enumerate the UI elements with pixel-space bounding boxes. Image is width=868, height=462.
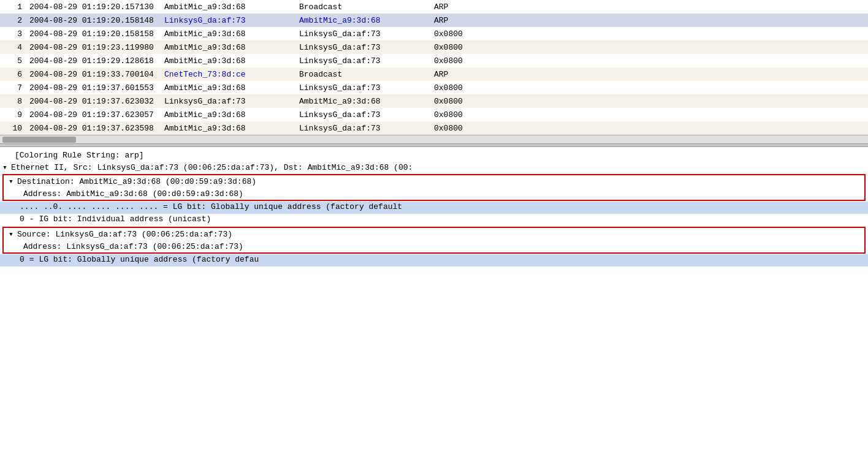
packet-protocol: ARP <box>434 70 483 79</box>
ethernet-text: Ethernet II, Src: LinksysG_da:af:73 (00:… <box>11 163 413 172</box>
packet-row[interactable]: 4 2004-08-29 01:19:23.119980 AmbitMic_a9… <box>0 40 868 54</box>
packet-time: 2004-08-29 01:19:20.157130 <box>29 2 164 12</box>
packet-no: 3 <box>5 29 29 39</box>
scrollbar-thumb[interactable] <box>2 137 76 143</box>
packet-no: 5 <box>5 56 29 66</box>
ig-bit-partial: 0 <box>20 214 25 224</box>
packet-destination: LinksysG_da:af:73 <box>299 83 434 93</box>
packet-time: 2004-08-29 01:19:37.623057 <box>29 110 164 119</box>
lg-bit-source-label: = LG bit: Globally unique address (facto… <box>29 255 259 264</box>
packet-protocol: 0x0800 <box>434 97 483 106</box>
packet-row[interactable]: 5 2004-08-29 01:19:29.128618 AmbitMic_a9… <box>0 54 868 67</box>
destination-row[interactable]: ▾Destination: AmbitMic_a9:3d:68 (00:d0:5… <box>4 175 864 187</box>
expand-icon-ethernet: ▾ <box>2 162 11 172</box>
lg-bit-row: .... ..0. .... .... .... .... = LG bit: … <box>0 202 868 214</box>
expand-icon-destination: ▾ <box>9 176 17 186</box>
packet-time: 2004-08-29 01:19:37.623598 <box>29 124 164 133</box>
packet-protocol: 0x0800 <box>434 29 483 39</box>
destination-red-box: ▾Destination: AmbitMic_a9:3d:68 (00:d0:5… <box>2 174 866 201</box>
packet-row[interactable]: 9 2004-08-29 01:19:37.623057 AmbitMic_a9… <box>0 108 868 121</box>
packet-destination: Broadcast <box>299 70 434 79</box>
lg-bit-source-partial: 0 <box>20 255 25 264</box>
packet-no: 4 <box>5 43 29 52</box>
lg-bit-source-row: 0= LG bit: Globally unique address (fact… <box>0 254 868 267</box>
packet-time: 2004-08-29 01:19:20.158158 <box>29 29 164 39</box>
packet-no: 9 <box>5 110 29 119</box>
packet-destination: Broadcast <box>299 2 434 12</box>
detail-pane: [Coloring Rule String: arp]▾Ethernet II,… <box>0 147 868 269</box>
packet-no: 7 <box>5 83 29 93</box>
packet-source: AmbitMic_a9:3d:68 <box>164 110 299 119</box>
packet-protocol: 0x0800 <box>434 43 483 52</box>
packet-source: AmbitMic_a9:3d:68 <box>164 124 299 133</box>
scrollbar-area[interactable] <box>0 135 868 143</box>
packet-source: AmbitMic_a9:3d:68 <box>164 43 299 52</box>
packet-source: AmbitMic_a9:3d:68 <box>164 83 299 93</box>
packet-source: AmbitMic_a9:3d:68 <box>164 29 299 39</box>
packet-list: 1 2004-08-29 01:19:20.157130 AmbitMic_a9… <box>0 0 868 135</box>
packet-no: 2 <box>5 16 29 25</box>
packet-source: LinksysG_da:af:73 <box>164 16 299 25</box>
packet-row[interactable]: 8 2004-08-29 01:19:37.623032 LinksysG_da… <box>0 94 868 108</box>
packet-destination: LinksysG_da:af:73 <box>299 124 434 133</box>
packet-protocol: ARP <box>434 16 483 25</box>
destination-address-row: Address: AmbitMic_a9:3d:68 (00:d0:59:a9:… <box>4 187 864 200</box>
packet-row[interactable]: 6 2004-08-29 01:19:33.700104 CnetTech_73… <box>0 67 868 81</box>
packet-no: 1 <box>5 2 29 12</box>
expand-icon-source: ▾ <box>9 229 17 239</box>
packet-destination: LinksysG_da:af:73 <box>299 56 434 66</box>
packet-time: 2004-08-29 01:19:33.700104 <box>29 70 164 79</box>
packet-time: 2004-08-29 01:19:29.128618 <box>29 56 164 66</box>
packet-protocol: ARP <box>434 2 483 12</box>
source-red-box: ▾Source: LinksysG_da:af:73 (00:06:25:da:… <box>2 227 866 254</box>
packet-time: 2004-08-29 01:19:23.119980 <box>29 43 164 52</box>
packet-source: AmbitMic_a9:3d:68 <box>164 56 299 66</box>
packet-row[interactable]: 2 2004-08-29 01:19:20.158148 LinksysG_da… <box>0 13 868 27</box>
packet-row[interactable]: 7 2004-08-29 01:19:37.601553 AmbitMic_a9… <box>0 81 868 94</box>
source-address-row: Address: LinksysG_da:af:73 (00:06:25:da:… <box>4 240 864 252</box>
coloring-rule-row: [Coloring Rule String: arp] <box>0 150 868 161</box>
lg-bit-text: .... ..0. .... .... .... .... = LG bit: … <box>20 202 402 211</box>
destination-text: Destination: AmbitMic_a9:3d:68 (00:d0:59… <box>17 177 256 186</box>
packet-no: 6 <box>5 70 29 79</box>
packet-protocol: 0x0800 <box>434 56 483 66</box>
packet-destination: LinksysG_da:af:73 <box>299 29 434 39</box>
packet-source: AmbitMic_a9:3d:68 <box>164 2 299 12</box>
source-row[interactable]: ▾Source: LinksysG_da:af:73 (00:06:25:da:… <box>4 228 864 240</box>
packet-row[interactable]: 1 2004-08-29 01:19:20.157130 AmbitMic_a9… <box>0 0 868 13</box>
packet-destination: AmbitMic_a9:3d:68 <box>299 97 434 106</box>
packet-source: LinksysG_da:af:73 <box>164 97 299 106</box>
packet-protocol: 0x0800 <box>434 124 483 133</box>
source-address-text: Address: LinksysG_da:af:73 (00:06:25:da:… <box>23 242 243 251</box>
packet-row[interactable]: 3 2004-08-29 01:19:20.158158 AmbitMic_a9… <box>0 27 868 40</box>
packet-protocol: 0x0800 <box>434 110 483 119</box>
ethernet-row[interactable]: ▾Ethernet II, Src: LinksysG_da:af:73 (00… <box>0 161 868 173</box>
packet-destination: AmbitMic_a9:3d:68 <box>299 16 434 25</box>
packet-destination: LinksysG_da:af:73 <box>299 110 434 119</box>
destination-address-text: Address: AmbitMic_a9:3d:68 (00:d0:59:a9:… <box>23 189 243 199</box>
packet-time: 2004-08-29 01:19:20.158148 <box>29 16 164 25</box>
packet-protocol: 0x0800 <box>434 83 483 93</box>
packet-no: 8 <box>5 97 29 106</box>
packet-no: 10 <box>5 124 29 133</box>
packet-source: CnetTech_73:8d:ce <box>164 70 299 79</box>
packet-destination: LinksysG_da:af:73 <box>299 43 434 52</box>
source-text: Source: LinksysG_da:af:73 (00:06:25:da:a… <box>17 230 232 239</box>
packet-row[interactable]: 10 2004-08-29 01:19:37.623598 AmbitMic_a… <box>0 121 868 135</box>
ig-bit-row: 0- IG bit: Individual address (unicast) <box>0 214 868 226</box>
ig-bit-label: - IG bit: Individual address (unicast) <box>29 214 211 224</box>
packet-time: 2004-08-29 01:19:37.623032 <box>29 97 164 106</box>
packet-time: 2004-08-29 01:19:37.601553 <box>29 83 164 93</box>
